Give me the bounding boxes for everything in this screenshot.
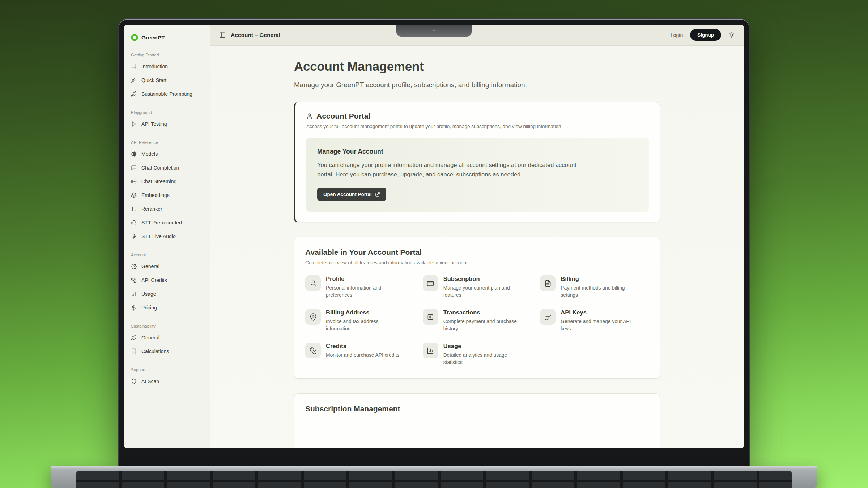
broadcast-icon (131, 179, 137, 184)
sidebar-item-label: General (141, 335, 159, 341)
icon-tile (305, 309, 321, 325)
sidebar-item-label: STT Pre-recorded (141, 220, 182, 226)
sidebar-item-ai-scan[interactable]: AI Scan (124, 374, 210, 388)
manage-account-panel: Manage Your Account You can change your … (306, 138, 649, 212)
login-link[interactable]: Login (671, 32, 683, 38)
leaf-icon (131, 335, 137, 341)
sidebar-item-api-credits[interactable]: API Credits (124, 273, 210, 287)
sun-icon[interactable] (728, 32, 735, 38)
sidebar-section-account: Account General API Credits Usage (124, 253, 210, 314)
sidebar-item-label: Usage (141, 291, 156, 297)
play-icon (131, 121, 137, 127)
microphone-icon (131, 234, 137, 239)
sidebar-item-label: API Testing (141, 121, 167, 127)
sidebar-item-label: Calculations (141, 348, 169, 354)
feature-billing-address: Billing Address Invoice and tax address … (305, 309, 414, 333)
icon-tile (305, 275, 321, 291)
sidebar-item-quick-start[interactable]: Quick Start (124, 73, 210, 87)
file-text-icon (544, 280, 552, 287)
camera-notch (396, 25, 472, 37)
sidebar-section-playground: Playground API Testing (124, 110, 210, 131)
feature-api-keys: API Keys Generate and manage your API ke… (540, 309, 649, 333)
laptop-base (51, 466, 817, 488)
sidebar-item-label: Sustainable Prompting (141, 91, 192, 97)
section-label: Playground (124, 110, 210, 115)
sidebar-item-usage[interactable]: Usage (124, 287, 210, 301)
sidebar-item-label: AI Scan (141, 378, 159, 384)
feature-description: Generate and manage your API keys (561, 318, 636, 333)
sidebar-item-account-general[interactable]: General (124, 260, 210, 273)
feature-title: Usage (443, 343, 519, 350)
sort-arrows-icon (131, 206, 137, 212)
account-portal-card: Account Portal Access your full account … (294, 102, 660, 222)
sidebar-section-sustainability: Sustainability General Calculations (124, 324, 210, 358)
coins-icon (310, 347, 317, 354)
sidebar-item-sustainability-general[interactable]: General (124, 331, 210, 344)
sidebar: GreenPT Getting Started Introduction Qui… (124, 25, 210, 448)
feature-description: Manage your current plan and features (443, 284, 519, 299)
sidebar-item-stt-pre-recorded[interactable]: STT Pre-recorded (124, 216, 210, 230)
card-subtitle: Access your full account management port… (306, 124, 649, 129)
page-subtitle: Manage your GreenPT account profile, sub… (294, 81, 660, 89)
brand-logo[interactable]: GreenPT (124, 32, 210, 43)
feature-title: Profile (326, 275, 401, 282)
sidebar-item-label: Embeddings (141, 192, 170, 198)
icon-tile (540, 309, 556, 325)
subscription-management-card: Subscription Management (294, 393, 660, 448)
account-portal-header: Account Portal (306, 112, 649, 120)
sidebar-item-chat-streaming[interactable]: Chat Streaming (124, 175, 210, 188)
sidebar-item-sustainable-prompting[interactable]: Sustainable Prompting (124, 87, 210, 101)
section-label: Support (124, 368, 210, 372)
sidebar-item-models[interactable]: Models (124, 147, 210, 161)
panel-body: You can change your profile information … (317, 160, 588, 179)
feature-credits: Credits Monitor and purchase API credits (305, 343, 414, 366)
credit-card-icon (427, 280, 434, 287)
card-title: Available in Your Account Portal (305, 248, 649, 257)
feature-billing: Billing Payment methods and billing sett… (540, 275, 649, 299)
signup-button[interactable]: Signup (690, 29, 721, 41)
feature-title: Subscription (443, 275, 519, 282)
sidebar-item-chat-completion[interactable]: Chat Completion (124, 161, 210, 175)
sidebar-item-calculations[interactable]: Calculations (124, 344, 210, 358)
sidebar-item-embeddings[interactable]: Embeddings (124, 188, 210, 202)
button-label: Open Account Portal (323, 192, 372, 197)
content-column: Account – General Login Signup Account M… (210, 25, 744, 448)
rocket-icon (131, 77, 137, 83)
main-content: Account Management Manage your GreenPT a… (210, 46, 744, 448)
sidebar-item-label: Models (141, 151, 158, 157)
icon-tile (423, 309, 438, 325)
icon-tile (305, 343, 321, 358)
laptop-hinge (51, 466, 817, 470)
page-title: Account Management (294, 59, 660, 74)
section-label: API Reference (124, 140, 210, 145)
feature-profile: Profile Personal information and prefere… (305, 275, 414, 299)
feature-title: Credits (326, 343, 399, 350)
panel-title: Manage Your Account (317, 148, 638, 155)
sidebar-section-support: Support AI Scan (124, 368, 210, 388)
sidebar-item-label: Quick Start (141, 77, 166, 83)
layers-icon (131, 192, 137, 198)
feature-title: API Keys (561, 309, 636, 316)
open-account-portal-button[interactable]: Open Account Portal (317, 188, 386, 201)
card-title: Subscription Management (305, 404, 649, 413)
sidebar-item-label: Chat Completion (141, 165, 179, 171)
calculator-icon (131, 348, 137, 354)
sidebar-item-introduction[interactable]: Introduction (124, 60, 210, 73)
sidebar-item-pricing[interactable]: Pricing (124, 301, 210, 314)
desktop-background: GreenPT Getting Started Introduction Qui… (0, 0, 868, 488)
section-label: Sustainability (124, 324, 210, 328)
dollar-icon (131, 305, 137, 311)
book-icon (131, 64, 137, 69)
sidebar-item-stt-live-audio[interactable]: STT Live Audio (124, 230, 210, 243)
external-link-icon (375, 192, 380, 197)
map-pin-icon (310, 313, 317, 321)
sidebar-toggle-icon[interactable] (219, 32, 226, 38)
bar-chart-icon (131, 291, 137, 297)
feature-description: Monitor and purchase API credits (326, 352, 399, 359)
features-grid: Profile Personal information and prefere… (305, 275, 649, 366)
leaf-icon (131, 91, 137, 97)
sidebar-item-api-testing[interactable]: API Testing (124, 117, 210, 131)
gear-icon (131, 264, 137, 269)
feature-title: Billing Address (326, 309, 401, 316)
sidebar-item-reranker[interactable]: Reranker (124, 202, 210, 216)
